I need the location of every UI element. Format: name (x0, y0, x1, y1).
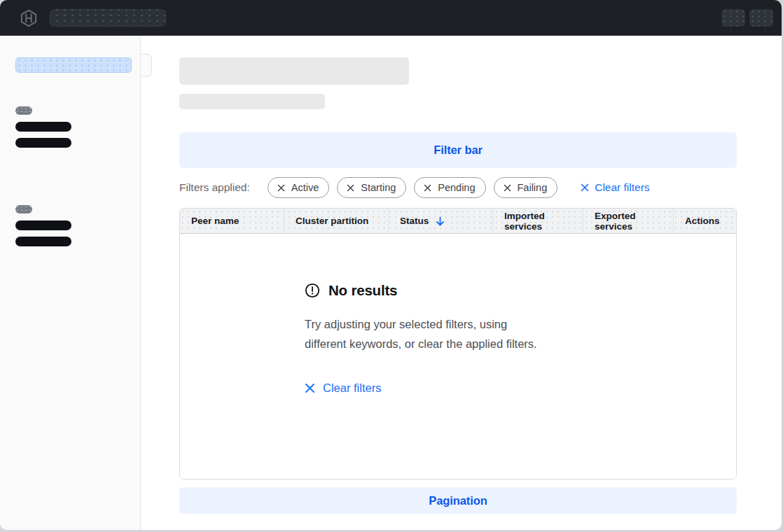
filters-applied-label: Filters applied: (179, 181, 250, 194)
navbar-search-skeleton[interactable] (50, 9, 166, 27)
empty-state-title: No results (328, 282, 397, 299)
x-icon (581, 183, 589, 192)
x-icon (305, 383, 315, 393)
pagination-label: Pagination (429, 494, 487, 507)
sidebar-section-label-skeleton-2 (15, 205, 32, 214)
top-navbar (0, 0, 782, 36)
hashicorp-logo-icon[interactable] (20, 9, 38, 27)
x-icon[interactable] (424, 184, 431, 192)
filter-pill-active[interactable]: Active (268, 177, 330, 198)
filter-pill-starting[interactable]: Starting (337, 177, 406, 198)
clear-filters-link[interactable]: Clear filters (581, 181, 649, 194)
table-header-row: Peer name Cluster partition Status Impor… (180, 209, 736, 234)
filter-pills: Active Starting Pending Failing (268, 177, 557, 198)
empty-state: No results Try adjusting your selected f… (180, 234, 736, 395)
column-label: Exported services (595, 211, 673, 232)
column-label: Peer name (191, 216, 239, 226)
column-label: Imported services (504, 211, 583, 232)
x-icon[interactable] (347, 184, 354, 192)
app-window: Filter bar Filters applied: Active Start… (0, 0, 782, 530)
column-header-cluster-partition: Cluster partition (284, 209, 389, 233)
column-header-status[interactable]: Status (389, 209, 493, 233)
column-header-exported-services: Exported services (583, 209, 674, 233)
column-label: Actions (685, 216, 720, 226)
empty-state-clear-filters-label: Clear filters (323, 382, 381, 395)
empty-state-line-1: Try adjusting your selected filters, usi… (305, 314, 736, 334)
navbar-button-skeleton-2[interactable] (749, 9, 773, 27)
filter-pill-label: Failing (518, 182, 548, 193)
applied-filters-row: Filters applied: Active Starting Pending (179, 177, 737, 198)
column-label: Status (400, 216, 429, 226)
filter-pill-label: Starting (361, 182, 396, 193)
filter-pill-failing[interactable]: Failing (494, 177, 558, 198)
x-icon[interactable] (504, 184, 511, 192)
column-label: Cluster partition (296, 216, 368, 226)
sidebar-item-skeleton-2[interactable] (15, 138, 71, 148)
page-subtitle-skeleton (179, 94, 325, 109)
alert-circle-icon (305, 283, 320, 298)
filter-bar-label: Filter bar (434, 144, 483, 157)
empty-state-description: Try adjusting your selected filters, usi… (305, 314, 736, 354)
sidebar-toggle-button[interactable] (141, 54, 152, 77)
filter-pill-label: Active (291, 182, 319, 193)
page-title-skeleton (179, 57, 409, 85)
table-body: No results Try adjusting your selected f… (180, 234, 736, 479)
filter-pill-label: Pending (438, 182, 475, 193)
filter-pill-pending[interactable]: Pending (414, 177, 485, 198)
sidebar-section-label-skeleton-1 (15, 106, 32, 115)
column-header-imported-services: Imported services (493, 209, 583, 233)
sidebar-item-skeleton-1[interactable] (15, 122, 71, 132)
pagination-placeholder: Pagination (179, 487, 737, 514)
column-header-peer-name: Peer name (180, 209, 284, 233)
sidebar-active-item-skeleton[interactable] (15, 57, 132, 73)
navbar-button-skeleton-1[interactable] (721, 9, 745, 27)
empty-state-line-2: different keywords, or clear the applied… (305, 334, 736, 354)
sidebar-item-skeleton-4[interactable] (15, 237, 71, 246)
main-content: Filter bar Filters applied: Active Start… (141, 36, 782, 530)
sidebar (0, 36, 141, 530)
arrow-down-icon[interactable] (436, 216, 445, 226)
sidebar-item-skeleton-3[interactable] (15, 220, 71, 230)
empty-state-clear-filters-link[interactable]: Clear filters (305, 382, 381, 395)
filter-bar-placeholder: Filter bar (179, 132, 737, 168)
clear-filters-label: Clear filters (595, 181, 649, 194)
column-header-actions: Actions (674, 209, 736, 233)
x-icon[interactable] (277, 184, 285, 192)
peers-table: Peer name Cluster partition Status Impor… (179, 208, 737, 479)
